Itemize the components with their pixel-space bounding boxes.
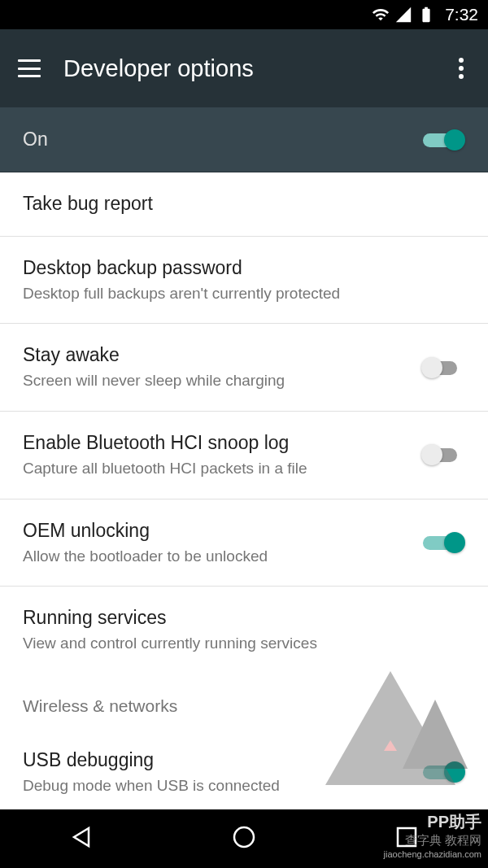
page-title: Developer options xyxy=(63,55,429,82)
cellular-icon xyxy=(394,6,412,24)
battery-icon xyxy=(417,6,435,24)
section-wireless-networks: Wireless & networks xyxy=(0,674,488,729)
back-button[interactable] xyxy=(68,823,95,854)
item-take-bug-report[interactable]: Take bug report xyxy=(0,172,488,237)
master-toggle-switch[interactable] xyxy=(421,128,465,152)
item-bluetooth-hci[interactable]: Enable Bluetooth HCI snoop log Capture a… xyxy=(0,412,488,499)
item-subtitle: Debug mode when USB is connected xyxy=(23,776,421,796)
item-title: OEM unlocking xyxy=(23,519,421,543)
status-time: 7:32 xyxy=(445,5,478,24)
svg-rect-4 xyxy=(398,828,416,846)
settings-list: Take bug report Desktop backup password … xyxy=(0,172,488,804)
recents-button[interactable] xyxy=(393,823,420,854)
item-stay-awake[interactable]: Stay awake Screen will never sleep while… xyxy=(0,324,488,412)
item-subtitle: View and control currently running servi… xyxy=(23,634,465,654)
item-subtitle: Allow the bootloader to be unlocked xyxy=(23,547,421,567)
item-title: Stay awake xyxy=(23,343,421,368)
item-usb-debugging[interactable]: USB debugging Debug mode when USB is con… xyxy=(0,729,488,805)
app-bar: Developer options xyxy=(0,29,488,107)
bluetooth-hci-switch[interactable] xyxy=(421,443,465,467)
svg-point-3 xyxy=(234,827,254,847)
item-subtitle: Screen will never sleep while charging xyxy=(23,371,421,391)
item-subtitle: Desktop full backups aren't currently pr… xyxy=(23,284,465,304)
item-title: Take bug report xyxy=(23,192,465,216)
item-running-services[interactable]: Running services View and control curren… xyxy=(0,587,488,674)
usb-debugging-switch[interactable] xyxy=(421,760,465,784)
master-toggle-label: On xyxy=(23,129,421,150)
oem-unlocking-switch[interactable] xyxy=(421,530,465,555)
item-title: Desktop backup password xyxy=(23,256,465,281)
menu-icon[interactable] xyxy=(18,59,41,77)
status-bar: 7:32 xyxy=(0,0,488,29)
item-oem-unlocking[interactable]: OEM unlocking Allow the bootloader to be… xyxy=(0,499,488,587)
home-button[interactable] xyxy=(230,823,258,854)
stay-awake-switch[interactable] xyxy=(421,355,465,380)
item-desktop-backup-password[interactable]: Desktop backup password Desktop full bac… xyxy=(0,237,488,325)
overflow-icon[interactable] xyxy=(452,51,470,85)
wifi-icon xyxy=(372,6,390,24)
item-subtitle: Capture all bluetooth HCI packets in a f… xyxy=(23,459,421,479)
item-title: USB debugging xyxy=(23,748,421,773)
master-toggle-row[interactable]: On xyxy=(0,107,488,172)
item-title: Running services xyxy=(23,606,465,630)
navigation-bar xyxy=(0,809,488,868)
item-title: Enable Bluetooth HCI snoop log xyxy=(23,431,421,456)
